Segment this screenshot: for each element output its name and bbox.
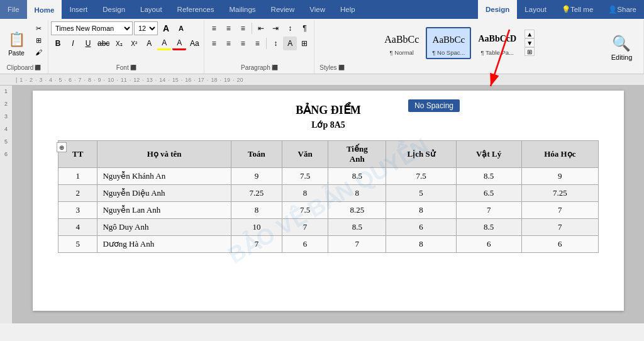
align-center-button[interactable]: ≡ bbox=[221, 36, 235, 50]
styles-expand-icon[interactable]: ⬛ bbox=[338, 65, 345, 70]
no-spacing-tooltip: No Spacing bbox=[408, 99, 460, 112]
cell-1-5: 5 bbox=[386, 185, 456, 202]
increase-indent-button[interactable]: ⇥ bbox=[269, 21, 282, 35]
numbering-button[interactable]: ≡ bbox=[221, 21, 235, 35]
cell-3-4: 8.5 bbox=[328, 219, 386, 236]
cell-0-7: 9 bbox=[521, 168, 598, 185]
copy-button[interactable]: ⊞ bbox=[31, 35, 45, 46]
cell-3-2: 10 bbox=[231, 219, 282, 236]
tab-home[interactable]: Home bbox=[27, 0, 62, 19]
table-row: 3Nguyễn Lan Anh87.58.25877 bbox=[58, 202, 599, 219]
tab-design2[interactable]: Design bbox=[478, 0, 517, 19]
tab-design[interactable]: Design bbox=[95, 0, 133, 19]
font-expand-icon[interactable]: ⬛ bbox=[130, 65, 136, 70]
cell-0-5: 7.5 bbox=[386, 168, 456, 185]
format-painter-button[interactable]: 🖌 bbox=[31, 47, 45, 58]
style-table-para[interactable]: AaBbCcD ¶ Table Pa... bbox=[472, 28, 522, 59]
paste-icon: 📋 bbox=[6, 30, 26, 50]
underline-button[interactable]: U bbox=[81, 36, 95, 50]
cell-4-4: 7 bbox=[328, 236, 386, 253]
tab-view[interactable]: View bbox=[302, 0, 333, 19]
styles-scroll-up[interactable]: ▲ bbox=[525, 30, 535, 38]
justify-button[interactable]: ≡ bbox=[250, 36, 264, 50]
table-row: 4Ngô Duy Anh1078.568.57 bbox=[58, 219, 599, 236]
cell-1-2: 7.25 bbox=[231, 185, 282, 202]
cell-4-5: 8 bbox=[386, 236, 456, 253]
subscript-button[interactable]: X₂ bbox=[112, 36, 126, 50]
cell-2-0: 3 bbox=[58, 202, 97, 219]
clipboard-expand-icon[interactable]: ⬛ bbox=[35, 65, 41, 70]
multilevel-list-button[interactable]: ≡ bbox=[236, 21, 250, 35]
header-hoa-hoc: Hóa Học bbox=[521, 141, 598, 168]
share-btn[interactable]: 👤 Share bbox=[601, 0, 644, 19]
editing-group: 🔍 Editing bbox=[600, 20, 644, 74]
decrease-indent-button[interactable]: ⇤ bbox=[254, 21, 268, 35]
align-left-button[interactable]: ≡ bbox=[207, 36, 221, 50]
bullets-button[interactable]: ≡ bbox=[207, 21, 221, 35]
align-right-button[interactable]: ≡ bbox=[236, 36, 250, 50]
header-van: Văn bbox=[282, 141, 328, 168]
person-icon: 👤 bbox=[608, 5, 617, 14]
style-no-spacing[interactable]: AaBbCc ¶ No Spac... bbox=[426, 27, 471, 59]
doc-scroll[interactable]: BẢO VỆ BẢN QUYỀN ⊕ BẢNG ĐIỂM Lớp 8A5 TT … bbox=[13, 86, 644, 323]
tab-help[interactable]: Help bbox=[333, 0, 363, 19]
style-normal[interactable]: AaBbCc ¶ Normal bbox=[379, 28, 425, 59]
tab-insert[interactable]: Insert bbox=[62, 0, 95, 19]
cell-0-2: 9 bbox=[231, 168, 282, 185]
sort-button[interactable]: ↕ bbox=[283, 21, 297, 35]
cell-1-4: 8 bbox=[328, 185, 386, 202]
line-spacing-button[interactable]: ↕ bbox=[269, 36, 282, 50]
tell-me[interactable]: 💡 Tell me bbox=[554, 0, 601, 19]
show-marks-button[interactable]: ¶ bbox=[297, 21, 311, 35]
tab-review[interactable]: Review bbox=[264, 0, 303, 19]
doc-subtitle: Lớp 8A5 bbox=[58, 120, 599, 130]
cut-button[interactable]: ✂ bbox=[31, 23, 45, 34]
change-case-button[interactable]: Aa bbox=[187, 36, 201, 50]
tab-mailings[interactable]: Mailings bbox=[221, 0, 263, 19]
paragraph-expand-icon[interactable]: ⬛ bbox=[272, 65, 278, 70]
clipboard-label: Clipboard bbox=[7, 64, 34, 71]
increase-font-button[interactable]: A bbox=[159, 21, 173, 35]
superscript-button[interactable]: X² bbox=[127, 36, 141, 50]
doc-title: BẢNG ĐIỂM bbox=[58, 103, 599, 117]
italic-button[interactable]: I bbox=[66, 36, 80, 50]
cell-3-1: Ngô Duy Anh bbox=[97, 219, 231, 236]
cell-2-1: Nguyễn Lan Anh bbox=[97, 202, 231, 219]
paste-button[interactable]: 📋 Paste bbox=[3, 21, 30, 64]
decrease-font-button[interactable]: A bbox=[174, 21, 188, 35]
bold-button[interactable]: B bbox=[51, 36, 65, 50]
styles-group: AaBbCc ¶ Normal AaBbCc ¶ No Spac... AaBb… bbox=[314, 20, 600, 74]
font-color-button[interactable]: A bbox=[172, 36, 186, 50]
cell-1-0: 2 bbox=[58, 185, 97, 202]
tab-file[interactable]: File bbox=[0, 0, 27, 19]
text-effects-button[interactable]: A bbox=[142, 36, 156, 50]
tab-references[interactable]: References bbox=[170, 0, 222, 19]
tab-layout[interactable]: Layout bbox=[133, 0, 170, 19]
table-para-preview: AaBbCcD bbox=[478, 30, 516, 49]
cell-3-3: 7 bbox=[282, 219, 328, 236]
cell-3-5: 6 bbox=[386, 219, 456, 236]
highlight-button[interactable]: A bbox=[157, 36, 171, 50]
header-vat-ly: Vật Lý bbox=[456, 141, 521, 168]
tab-bar: File Home Insert Design Layout Reference… bbox=[0, 0, 644, 19]
cell-0-6: 8.5 bbox=[456, 168, 521, 185]
strikethrough-button[interactable]: abc bbox=[96, 36, 111, 50]
shading-button[interactable]: A bbox=[283, 36, 297, 50]
font-name-select[interactable]: Times New Roman bbox=[51, 21, 133, 35]
cell-1-6: 6.5 bbox=[456, 185, 521, 202]
cell-3-6: 8.5 bbox=[456, 219, 521, 236]
cell-3-7: 7 bbox=[521, 219, 598, 236]
borders-button[interactable]: ⊞ bbox=[297, 36, 311, 50]
tab-layout2[interactable]: Layout bbox=[517, 0, 554, 19]
header-tieng-anh: TiếngAnh bbox=[328, 141, 386, 168]
normal-style-preview: AaBbCc bbox=[384, 30, 419, 49]
cell-4-1: Dương Hà Anh bbox=[97, 236, 231, 253]
font-size-select[interactable]: 12 bbox=[134, 21, 158, 35]
table-move-handle[interactable]: ⊕ bbox=[57, 142, 67, 152]
styles-expand[interactable]: ⊞ bbox=[525, 47, 535, 56]
ruler: | 1 · 2 · 3 · 4 · 5 · 6 · 7 · 8 · 9 · 10… bbox=[0, 74, 644, 86]
normal-style-label: ¶ Normal bbox=[390, 49, 414, 56]
cell-0-1: Nguyễn Khánh An bbox=[97, 168, 231, 185]
styles-scroll-down[interactable]: ▼ bbox=[525, 38, 535, 47]
paste-label: Paste bbox=[8, 50, 25, 57]
